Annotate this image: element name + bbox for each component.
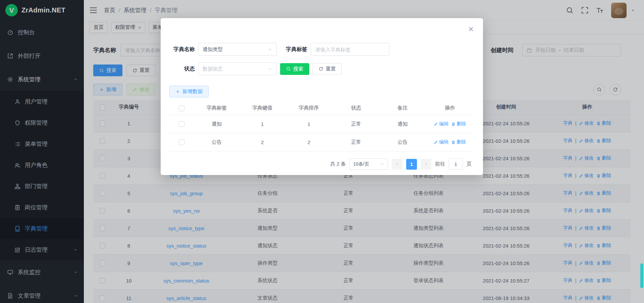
chevron-down-icon <box>380 162 384 166</box>
dialog-table-row: 通知 1 1 正常 通知 编辑 删除 <box>169 115 474 133</box>
prev-page-button[interactable] <box>392 159 402 170</box>
goto-label: 前往 <box>435 161 445 167</box>
page-unit-label: 页 <box>467 161 472 167</box>
next-page-button[interactable] <box>421 159 431 170</box>
dict-name-select[interactable]: 通知类型 <box>198 43 277 56</box>
row-actions: 编辑 删除 <box>426 121 474 127</box>
dialog-toolbar: 新增数据 <box>161 82 483 101</box>
pagination-total: 共 2 条 <box>330 161 346 167</box>
cell-dict-value: 1 <box>239 115 285 133</box>
cell-remark: 公告 <box>380 133 425 151</box>
dict-data-table: 字典标签 字典键值 字典排序 状态 备注 操作 通知 1 1 正常 通知 <box>169 101 474 152</box>
delete-link[interactable]: 删除 <box>451 121 466 127</box>
cell-status: 正常 <box>332 115 380 133</box>
col-header-dict-label: 字典标签 <box>194 101 239 115</box>
goto-page-input[interactable] <box>449 159 463 170</box>
search-icon <box>286 67 291 71</box>
dialog-table-header-row: 字典标签 字典键值 字典排序 状态 备注 操作 <box>169 101 474 115</box>
trash-icon <box>451 122 455 126</box>
current-page-button[interactable]: 1 <box>406 159 417 170</box>
row-actions: 编辑 删除 <box>426 139 474 145</box>
dialog-filter-form: 字典名称 通知类型 字典标签 状态 数据状态 搜索 重置 <box>161 18 483 75</box>
chevron-left-icon <box>395 162 399 166</box>
cell-remark: 通知 <box>380 115 425 133</box>
edit-link[interactable]: 编辑 <box>434 121 448 127</box>
chevron-down-icon <box>268 47 272 52</box>
close-icon[interactable]: × <box>468 25 474 34</box>
trash-icon <box>451 140 455 144</box>
page-size-select[interactable]: 10条/页 <box>350 159 388 170</box>
dialog-status-label: 状态 <box>169 66 195 73</box>
status-select[interactable]: 数据状态 <box>198 62 277 75</box>
edit-icon <box>434 140 438 144</box>
cell-dict-sort: 2 <box>285 133 332 151</box>
cell-dict-sort: 1 <box>285 115 332 133</box>
dialog-search-button[interactable]: 搜索 <box>280 63 309 75</box>
scrollbar-thumb[interactable] <box>640 263 643 288</box>
dialog-form-row: 状态 数据状态 搜索 重置 <box>169 62 474 75</box>
cell-dict-value: 2 <box>239 133 285 151</box>
dialog-dict-name-label: 字典名称 <box>169 46 195 53</box>
dialog-form-row: 字典名称 通知类型 字典标签 <box>169 43 474 56</box>
dialog-reset-button[interactable]: 重置 <box>313 63 342 75</box>
col-header-remark: 备注 <box>380 101 425 115</box>
chevron-down-icon <box>268 67 272 71</box>
plus-icon <box>175 89 180 94</box>
cell-dict-label: 通知 <box>194 115 239 133</box>
cell-dict-label: 公告 <box>194 133 239 151</box>
row-checkbox[interactable] <box>179 121 184 127</box>
edit-icon <box>434 122 438 126</box>
chevron-right-icon <box>424 162 428 166</box>
dialog-pagination: 共 2 条 10条/页 1 前往 页 <box>161 152 483 170</box>
delete-link[interactable]: 删除 <box>451 139 466 145</box>
add-data-button[interactable]: 新增数据 <box>169 86 209 97</box>
cell-status: 正常 <box>332 133 380 151</box>
dialog-dict-label-label: 字典标签 <box>284 46 307 53</box>
col-header-dict-value: 字典键值 <box>239 101 285 115</box>
dict-data-dialog: × 字典名称 通知类型 字典标签 状态 数据状态 搜索 重置 <box>161 18 483 175</box>
select-all-checkbox[interactable] <box>179 105 184 111</box>
col-header-status: 状态 <box>332 101 380 115</box>
refresh-icon <box>319 67 323 71</box>
row-checkbox[interactable] <box>179 139 184 145</box>
edit-link[interactable]: 编辑 <box>434 139 448 145</box>
col-header-dict-sort: 字典排序 <box>285 101 332 115</box>
col-header-ops: 操作 <box>426 101 474 115</box>
dict-label-input[interactable] <box>311 43 389 56</box>
dialog-table-row: 公告 2 2 正常 公告 编辑 删除 <box>169 133 474 151</box>
